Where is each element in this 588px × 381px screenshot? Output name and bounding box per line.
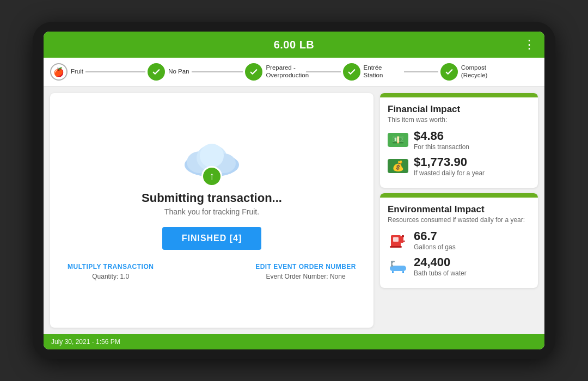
step-entree-label: Entrée Station: [364, 64, 402, 79]
water-row: 24,400 Bath tubs of water: [388, 255, 530, 277]
app-header: 6.00 LB ⋮: [44, 32, 544, 58]
step-prepared-wrap: Prepared - Overproduction: [245, 63, 304, 81]
step-fruit-wrap: 🍎 Fruit: [50, 63, 83, 81]
step-prepared-label: Prepared - Overproduction: [266, 64, 304, 79]
yearly-value: $1,773.90: [414, 155, 485, 169]
step-fruit: 🍎 Fruit: [50, 63, 148, 81]
yearly-label: If wasted daily for a year: [414, 169, 485, 177]
left-panel: ↑ Submitting transaction... Thank you fo…: [50, 93, 373, 328]
environmental-impact-card: Environmental Impact Resources consumed …: [380, 193, 538, 288]
gas-label: Gallons of gas: [414, 243, 456, 251]
submitting-title: Submitting transaction...: [142, 191, 282, 205]
step-nopan-wrap: No Pan: [148, 63, 189, 81]
step-fruit-label: Fruit: [71, 68, 83, 76]
environmental-impact-title: Environmental Impact: [388, 204, 530, 215]
step-entree-circle: [343, 63, 360, 81]
yearly-row: 💰 $1,773.90 If wasted daily for a year: [388, 155, 530, 177]
yearly-text: $1,773.90 If wasted daily for a year: [414, 155, 485, 177]
step-prepared: Prepared - Overproduction: [245, 63, 342, 81]
step-connector-1: [85, 71, 145, 72]
svg-point-16: [392, 263, 394, 265]
screen: 6.00 LB ⋮ 🍎 Fruit: [44, 32, 544, 349]
environmental-impact-subtitle: Resources consumed if wasted daily for a…: [388, 216, 530, 224]
svg-rect-6: [393, 237, 399, 242]
step-compost-circle: [440, 63, 458, 81]
edit-col: EDIT EVENT ORDER NUMBER Event Order Numb…: [255, 263, 356, 280]
transaction-row: 💵 $4.86 For this transaction: [388, 129, 530, 151]
financial-card-body: Financial Impact This item was worth: 💵 …: [380, 97, 538, 188]
upload-circle: ↑: [201, 166, 222, 187]
financial-impact-subtitle: This item was worth:: [388, 116, 530, 124]
financial-impact-title: Financial Impact: [388, 104, 530, 115]
timestamp: July 30, 2021 - 1:56 PM: [51, 338, 120, 346]
step-fruit-circle: 🍎: [50, 63, 68, 81]
water-text: 24,400 Bath tubs of water: [414, 255, 467, 277]
menu-icon[interactable]: ⋮: [523, 38, 536, 52]
bottom-bar: July 30, 2021 - 1:56 PM: [44, 334, 544, 349]
weight-display: 6.00 LB: [274, 39, 315, 51]
transaction-value: $4.86: [414, 129, 469, 143]
svg-rect-13: [402, 271, 404, 273]
submitting-subtitle: Thank you for tracking Fruit.: [164, 207, 259, 216]
step-entree-wrap: Entrée Station: [343, 63, 402, 81]
step-compost-wrap: Compost (Recycle): [440, 63, 499, 81]
water-value: 24,400: [414, 255, 467, 269]
environmental-card-header-bar: [380, 193, 538, 198]
edit-link[interactable]: EDIT EVENT ORDER NUMBER: [255, 263, 356, 271]
gas-text: 66.7 Gallons of gas: [414, 229, 456, 251]
step-prepared-circle: [245, 63, 262, 81]
financial-impact-card: Financial Impact This item was worth: 💵 …: [380, 93, 538, 188]
environmental-card-body: Environmental Impact Resources consumed …: [380, 198, 538, 288]
water-label: Bath tubs of water: [414, 269, 467, 277]
tablet-shell: 6.00 LB ⋮ 🍎 Fruit: [33, 22, 555, 359]
gas-value: 66.7: [414, 229, 456, 243]
transaction-label: For this transaction: [414, 143, 469, 151]
action-links: MULTIPLY TRANSACTION Quantity: 1.0 EDIT …: [63, 263, 360, 280]
svg-rect-10: [403, 241, 405, 242]
svg-rect-15: [391, 261, 395, 262]
step-connector-2: [192, 71, 243, 72]
gas-pump-icon: [388, 232, 408, 248]
step-nopan-circle: [148, 63, 165, 81]
svg-point-4: [200, 144, 224, 168]
money-icon-1: 💵: [388, 133, 408, 147]
multiply-col: MULTIPLY TRANSACTION Quantity: 1.0: [68, 263, 154, 280]
svg-rect-8: [402, 235, 404, 237]
step-compost: Compost (Recycle): [440, 63, 538, 81]
steps-breadcrumb: 🍎 Fruit No Pan: [44, 58, 544, 87]
finished-button[interactable]: FINISHED [4]: [162, 227, 262, 250]
bathtub-icon: [388, 259, 408, 274]
step-compost-label: Compost (Recycle): [461, 64, 499, 79]
svg-rect-9: [390, 246, 402, 248]
upload-arrow-icon: ↑: [209, 170, 215, 181]
quantity-label: Quantity: 1.0: [92, 273, 129, 280]
svg-rect-12: [392, 271, 394, 273]
gas-row: 66.7 Gallons of gas: [388, 229, 530, 251]
step-nopan-label: No Pan: [168, 68, 189, 76]
cloud-upload-icon: ↑: [179, 140, 244, 187]
main-content: ↑ Submitting transaction... Thank you fo…: [44, 87, 544, 334]
event-order-label: Event Order Number: None: [266, 273, 346, 280]
money-icon-2: 💰: [388, 159, 408, 173]
financial-card-header-bar: [380, 93, 538, 97]
transaction-text: $4.86 For this transaction: [414, 129, 469, 151]
step-connector-3: [306, 71, 340, 72]
right-panel: Financial Impact This item was worth: 💵 …: [380, 93, 538, 328]
step-entree: Entrée Station: [343, 63, 440, 81]
multiply-link[interactable]: MULTIPLY TRANSACTION: [68, 263, 154, 271]
step-connector-4: [404, 71, 438, 72]
step-nopan: No Pan: [148, 63, 245, 81]
